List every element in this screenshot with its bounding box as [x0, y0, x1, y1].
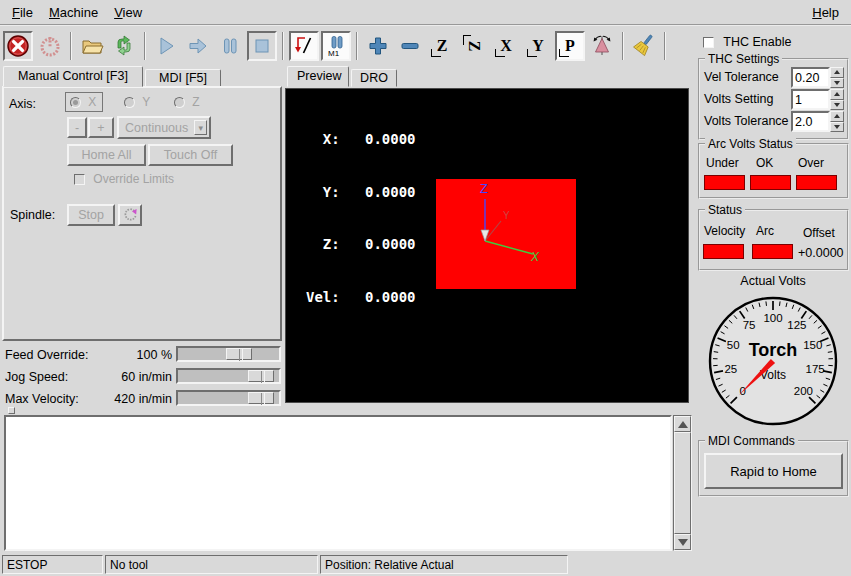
- run-icon: [154, 34, 178, 58]
- dro-readout: X:0.0000 Y:0.0000 Z:0.0000 Vel:0.0000: [306, 96, 416, 341]
- spin-arrows[interactable]: [830, 111, 844, 132]
- menu-help[interactable]: Help: [804, 2, 847, 23]
- dro-row-vel: Vel:0.0000: [306, 289, 416, 307]
- view-top-button[interactable]: Z: [427, 31, 457, 61]
- clear-plot-broom-icon: [632, 34, 656, 58]
- menu-view[interactable]: View: [106, 2, 150, 23]
- estop-button[interactable]: [3, 31, 33, 61]
- clear-plot-button[interactable]: [629, 31, 659, 61]
- vel-tolerance-label: Vel Tolerance: [704, 70, 779, 84]
- view-front-button[interactable]: X: [491, 31, 521, 61]
- reload-icon: [112, 34, 136, 58]
- view-rotated-top-button[interactable]: Z: [459, 31, 489, 61]
- menu-machine[interactable]: Machine: [41, 2, 106, 23]
- spindle-brake-button[interactable]: [118, 204, 142, 226]
- svg-text:100: 100: [763, 312, 782, 324]
- scrollbar-down-button[interactable]: [674, 534, 691, 550]
- svg-text:200: 200: [794, 385, 813, 397]
- machine-power-button[interactable]: [35, 31, 65, 61]
- svg-text:75: 75: [743, 319, 756, 331]
- jog-minus-button[interactable]: -: [67, 117, 87, 138]
- arc-label: Arc: [756, 224, 774, 238]
- stop-icon: [250, 34, 274, 58]
- feed-override-label: Feed Override:: [5, 348, 88, 362]
- view-rotated-top-z-icon: Z: [462, 34, 486, 58]
- view-side-button[interactable]: Y: [523, 31, 553, 61]
- checkbox-icon: [74, 174, 85, 185]
- step-program-button[interactable]: [183, 31, 213, 61]
- zoom-in-icon: [366, 34, 390, 58]
- axis-radio-y[interactable]: Y: [124, 95, 150, 109]
- svg-text:25: 25: [724, 363, 737, 375]
- jog-plus-button[interactable]: +: [88, 117, 114, 138]
- view-side-y-icon: Y: [526, 34, 550, 58]
- feed-override-slider-handle[interactable]: [226, 348, 252, 360]
- touch-off-button[interactable]: Touch Off: [148, 144, 233, 166]
- ok-indicator: [750, 175, 791, 190]
- gcode-text-area[interactable]: [4, 415, 672, 551]
- tab-manual-control[interactable]: Manual Control [F3]: [3, 66, 143, 87]
- max-velocity-value: 420 in/min: [114, 392, 172, 406]
- spin-arrows[interactable]: [830, 67, 844, 88]
- max-velocity-slider[interactable]: [176, 390, 281, 406]
- rapid-to-home-button[interactable]: Rapid to Home: [704, 453, 843, 489]
- jog-speed-label: Jog Speed:: [5, 370, 68, 384]
- statusbar-tool-info: No tool: [105, 555, 318, 574]
- gcode-scrollbar[interactable]: [673, 415, 692, 551]
- mdi-commands-title: MDI Commands: [705, 434, 798, 448]
- volts-tolerance-spinbox[interactable]: 2.0: [791, 111, 844, 132]
- open-file-button[interactable]: [77, 31, 107, 61]
- max-velocity-slider-handle[interactable]: [248, 392, 274, 404]
- tab-mdi[interactable]: MDI [F5]: [145, 69, 221, 87]
- preview-canvas[interactable]: X:0.0000 Y:0.0000 Z:0.0000 Vel:0.0000 Z …: [285, 88, 689, 403]
- zoom-in-button[interactable]: [363, 31, 393, 61]
- radio-y-icon: [124, 97, 135, 108]
- open-folder-icon: [80, 34, 104, 58]
- statusbar-machine-state: ESTOP: [2, 555, 103, 574]
- jog-mode-dropdown[interactable]: Continuous ▾: [117, 116, 211, 139]
- svg-text:175: 175: [806, 363, 825, 375]
- y-axis-label: Y: [503, 210, 510, 221]
- rotate-view-button[interactable]: [587, 31, 617, 61]
- spin-up-icon: [830, 89, 844, 100]
- pane-sash-grip[interactable]: [8, 407, 15, 414]
- pause-program-button[interactable]: [215, 31, 245, 61]
- spin-arrows[interactable]: [830, 89, 844, 110]
- toggle-optional-pause-button[interactable]: M1: [321, 31, 351, 61]
- view-perspective-button[interactable]: P: [555, 31, 585, 61]
- dro-row-y: Y:0.0000: [306, 184, 416, 202]
- scrollbar-up-button[interactable]: [674, 416, 691, 432]
- reload-file-button[interactable]: [109, 31, 139, 61]
- arc-indicator: [752, 244, 793, 259]
- scrollbar-thumb[interactable]: [674, 432, 691, 534]
- thc-settings-group: THC Settings Vel Tolerance 0.20 Volts Se…: [698, 58, 849, 140]
- volts-setting-spinbox[interactable]: 1: [791, 89, 844, 110]
- jog-speed-slider[interactable]: [176, 368, 281, 384]
- toggle-skip-lines-button[interactable]: [289, 31, 319, 61]
- menubar: File Machine View Help: [0, 0, 851, 26]
- toolbar-separator: [664, 32, 666, 60]
- over-label: Over: [798, 156, 824, 170]
- axis-radio-x[interactable]: X: [65, 92, 103, 112]
- zoom-out-button[interactable]: [395, 31, 425, 61]
- spin-up-icon: [830, 67, 844, 78]
- x-axis-label: X: [530, 250, 540, 264]
- axis-radio-z[interactable]: Z: [174, 95, 200, 109]
- offset-value: +0.0000: [798, 246, 844, 260]
- tab-dro[interactable]: DRO: [351, 69, 397, 87]
- menu-file[interactable]: File: [4, 2, 41, 23]
- mdi-commands-group: MDI Commands Rapid to Home: [698, 440, 849, 497]
- thc-enable-checkbox[interactable]: THC Enable: [703, 35, 791, 49]
- run-program-button[interactable]: [151, 31, 181, 61]
- view-front-x-icon: X: [494, 34, 518, 58]
- under-indicator: [704, 175, 745, 190]
- home-all-button[interactable]: Home All: [67, 144, 146, 166]
- jog-speed-slider-handle[interactable]: [248, 370, 274, 382]
- stop-program-button[interactable]: [247, 31, 277, 61]
- dro-row-z: Z:0.0000: [306, 236, 416, 254]
- feed-override-slider[interactable]: [176, 346, 281, 362]
- vel-tolerance-spinbox[interactable]: 0.20: [791, 67, 844, 88]
- spindle-stop-button[interactable]: Stop: [67, 204, 115, 226]
- override-limits-checkbox[interactable]: Override Limits: [74, 172, 174, 186]
- tab-preview[interactable]: Preview: [287, 66, 349, 87]
